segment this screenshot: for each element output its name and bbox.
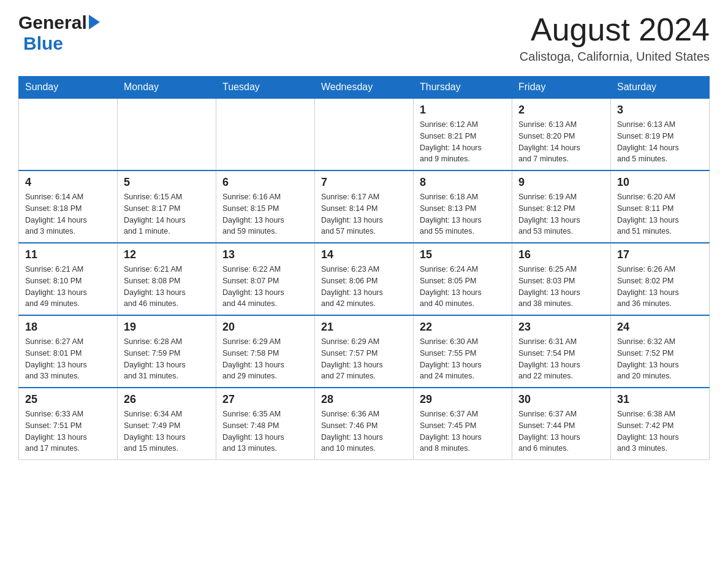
week-row-3: 11Sunrise: 6:21 AM Sunset: 8:10 PM Dayli…: [19, 243, 710, 315]
header: General Blue August 2024 Calistoga, Cali…: [18, 12, 710, 64]
day-number: 29: [420, 393, 506, 406]
weekday-header-tuesday: Tuesday: [216, 77, 315, 99]
calendar-cell: 12Sunrise: 6:21 AM Sunset: 8:08 PM Dayli…: [118, 243, 216, 315]
day-info: Sunrise: 6:26 AM Sunset: 8:02 PM Dayligh…: [617, 264, 703, 310]
day-info: Sunrise: 6:18 AM Sunset: 8:13 PM Dayligh…: [420, 191, 506, 237]
day-number: 25: [25, 393, 111, 406]
calendar-cell: 4Sunrise: 6:14 AM Sunset: 8:18 PM Daylig…: [19, 170, 118, 243]
calendar-cell: 5Sunrise: 6:15 AM Sunset: 8:17 PM Daylig…: [118, 170, 216, 243]
day-info: Sunrise: 6:29 AM Sunset: 7:58 PM Dayligh…: [222, 336, 308, 382]
calendar-cell: 1Sunrise: 6:12 AM Sunset: 8:21 PM Daylig…: [414, 98, 512, 170]
weekday-header-saturday: Saturday: [611, 77, 710, 99]
day-info: Sunrise: 6:37 AM Sunset: 7:44 PM Dayligh…: [518, 408, 604, 454]
calendar-cell: [118, 98, 216, 170]
calendar-cell: 14Sunrise: 6:23 AM Sunset: 8:06 PM Dayli…: [315, 243, 414, 315]
calendar-cell: [315, 98, 414, 170]
day-number: 1: [420, 104, 506, 117]
day-info: Sunrise: 6:21 AM Sunset: 8:10 PM Dayligh…: [25, 264, 111, 310]
calendar-cell: 8Sunrise: 6:18 AM Sunset: 8:13 PM Daylig…: [414, 170, 512, 243]
day-number: 27: [222, 393, 308, 406]
day-info: Sunrise: 6:13 AM Sunset: 8:20 PM Dayligh…: [518, 119, 604, 165]
day-number: 11: [25, 248, 111, 261]
day-number: 13: [222, 248, 308, 261]
day-info: Sunrise: 6:28 AM Sunset: 7:59 PM Dayligh…: [124, 336, 210, 382]
calendar-cell: 23Sunrise: 6:31 AM Sunset: 7:54 PM Dayli…: [512, 315, 611, 388]
calendar-cell: 7Sunrise: 6:17 AM Sunset: 8:14 PM Daylig…: [315, 170, 414, 243]
calendar-cell: 26Sunrise: 6:34 AM Sunset: 7:49 PM Dayli…: [118, 388, 216, 460]
calendar-cell: 11Sunrise: 6:21 AM Sunset: 8:10 PM Dayli…: [19, 243, 118, 315]
weekday-header-row: SundayMondayTuesdayWednesdayThursdayFrid…: [19, 77, 710, 99]
day-number: 28: [321, 393, 407, 406]
day-info: Sunrise: 6:37 AM Sunset: 7:45 PM Dayligh…: [420, 408, 506, 454]
day-number: 2: [518, 104, 604, 117]
day-info: Sunrise: 6:19 AM Sunset: 8:12 PM Dayligh…: [518, 191, 604, 237]
day-number: 20: [222, 321, 308, 334]
day-info: Sunrise: 6:27 AM Sunset: 8:01 PM Dayligh…: [25, 336, 111, 382]
day-info: Sunrise: 6:16 AM Sunset: 8:15 PM Dayligh…: [222, 191, 308, 237]
calendar-cell: 3Sunrise: 6:13 AM Sunset: 8:19 PM Daylig…: [611, 98, 710, 170]
calendar-cell: 6Sunrise: 6:16 AM Sunset: 8:15 PM Daylig…: [216, 170, 315, 243]
location-title: Calistoga, California, United States: [520, 50, 710, 64]
day-info: Sunrise: 6:22 AM Sunset: 8:07 PM Dayligh…: [222, 264, 308, 310]
day-number: 7: [321, 176, 407, 189]
calendar-cell: 13Sunrise: 6:22 AM Sunset: 8:07 PM Dayli…: [216, 243, 315, 315]
day-info: Sunrise: 6:23 AM Sunset: 8:06 PM Dayligh…: [321, 264, 407, 310]
month-title: August 2024: [520, 12, 710, 47]
day-number: 10: [617, 176, 703, 189]
day-info: Sunrise: 6:17 AM Sunset: 8:14 PM Dayligh…: [321, 191, 407, 237]
calendar-cell: 22Sunrise: 6:30 AM Sunset: 7:55 PM Dayli…: [414, 315, 512, 388]
day-number: 30: [518, 393, 604, 406]
calendar-cell: 28Sunrise: 6:36 AM Sunset: 7:46 PM Dayli…: [315, 388, 414, 460]
day-info: Sunrise: 6:32 AM Sunset: 7:52 PM Dayligh…: [617, 336, 703, 382]
day-number: 21: [321, 321, 407, 334]
day-number: 9: [518, 176, 604, 189]
day-number: 16: [518, 248, 604, 261]
day-info: Sunrise: 6:21 AM Sunset: 8:08 PM Dayligh…: [124, 264, 210, 310]
day-info: Sunrise: 6:33 AM Sunset: 7:51 PM Dayligh…: [25, 408, 111, 454]
day-number: 6: [222, 176, 308, 189]
calendar-cell: 27Sunrise: 6:35 AM Sunset: 7:48 PM Dayli…: [216, 388, 315, 460]
weekday-header-thursday: Thursday: [414, 77, 512, 99]
day-info: Sunrise: 6:20 AM Sunset: 8:11 PM Dayligh…: [617, 191, 703, 237]
calendar-cell: 24Sunrise: 6:32 AM Sunset: 7:52 PM Dayli…: [611, 315, 710, 388]
week-row-4: 18Sunrise: 6:27 AM Sunset: 8:01 PM Dayli…: [19, 315, 710, 388]
day-info: Sunrise: 6:36 AM Sunset: 7:46 PM Dayligh…: [321, 408, 407, 454]
calendar-cell: [216, 98, 315, 170]
week-row-2: 4Sunrise: 6:14 AM Sunset: 8:18 PM Daylig…: [19, 170, 710, 243]
day-info: Sunrise: 6:14 AM Sunset: 8:18 PM Dayligh…: [25, 191, 111, 237]
day-info: Sunrise: 6:34 AM Sunset: 7:49 PM Dayligh…: [124, 408, 210, 454]
week-row-1: 1Sunrise: 6:12 AM Sunset: 8:21 PM Daylig…: [19, 98, 710, 170]
logo-blue: Blue: [23, 33, 63, 54]
calendar-cell: 21Sunrise: 6:29 AM Sunset: 7:57 PM Dayli…: [315, 315, 414, 388]
weekday-header-monday: Monday: [118, 77, 216, 99]
calendar-cell: 17Sunrise: 6:26 AM Sunset: 8:02 PM Dayli…: [611, 243, 710, 315]
day-info: Sunrise: 6:25 AM Sunset: 8:03 PM Dayligh…: [518, 264, 604, 310]
calendar-cell: 15Sunrise: 6:24 AM Sunset: 8:05 PM Dayli…: [414, 243, 512, 315]
day-number: 19: [124, 321, 210, 334]
day-number: 4: [25, 176, 111, 189]
calendar-cell: 9Sunrise: 6:19 AM Sunset: 8:12 PM Daylig…: [512, 170, 611, 243]
weekday-header-sunday: Sunday: [19, 77, 118, 99]
calendar-cell: 30Sunrise: 6:37 AM Sunset: 7:44 PM Dayli…: [512, 388, 611, 460]
day-info: Sunrise: 6:29 AM Sunset: 7:57 PM Dayligh…: [321, 336, 407, 382]
calendar-cell: 20Sunrise: 6:29 AM Sunset: 7:58 PM Dayli…: [216, 315, 315, 388]
day-number: 8: [420, 176, 506, 189]
day-info: Sunrise: 6:30 AM Sunset: 7:55 PM Dayligh…: [420, 336, 506, 382]
day-number: 31: [617, 393, 703, 406]
calendar-cell: 10Sunrise: 6:20 AM Sunset: 8:11 PM Dayli…: [611, 170, 710, 243]
day-number: 18: [25, 321, 111, 334]
calendar-cell: 19Sunrise: 6:28 AM Sunset: 7:59 PM Dayli…: [118, 315, 216, 388]
week-row-5: 25Sunrise: 6:33 AM Sunset: 7:51 PM Dayli…: [19, 388, 710, 460]
weekday-header-wednesday: Wednesday: [315, 77, 414, 99]
day-number: 22: [420, 321, 506, 334]
calendar-cell: 18Sunrise: 6:27 AM Sunset: 8:01 PM Dayli…: [19, 315, 118, 388]
day-info: Sunrise: 6:38 AM Sunset: 7:42 PM Dayligh…: [617, 408, 703, 454]
day-info: Sunrise: 6:31 AM Sunset: 7:54 PM Dayligh…: [518, 336, 604, 382]
day-number: 24: [617, 321, 703, 334]
day-number: 12: [124, 248, 210, 261]
calendar-cell: 2Sunrise: 6:13 AM Sunset: 8:20 PM Daylig…: [512, 98, 611, 170]
calendar-cell: 31Sunrise: 6:38 AM Sunset: 7:42 PM Dayli…: [611, 388, 710, 460]
day-number: 23: [518, 321, 604, 334]
day-info: Sunrise: 6:13 AM Sunset: 8:19 PM Dayligh…: [617, 119, 703, 165]
weekday-header-friday: Friday: [512, 77, 611, 99]
